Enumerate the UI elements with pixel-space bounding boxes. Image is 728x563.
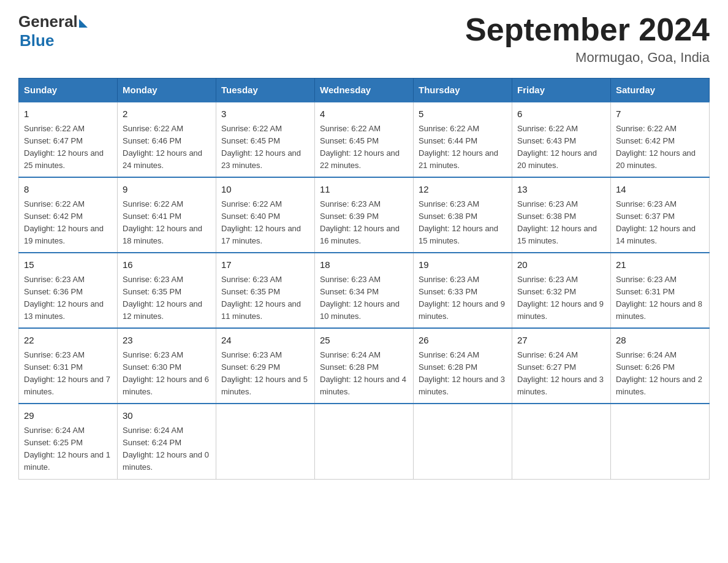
calendar-cell: 19Sunrise: 6:23 AMSunset: 6:33 PMDayligh… (414, 253, 512, 328)
calendar-cell: 3Sunrise: 6:22 AMSunset: 6:45 PMDaylight… (216, 102, 315, 177)
calendar-cell (315, 404, 414, 479)
day-info: Sunrise: 6:22 AMSunset: 6:42 PMDaylight:… (24, 198, 112, 248)
calendar-cell: 2Sunrise: 6:22 AMSunset: 6:46 PMDaylight… (118, 102, 216, 177)
logo-triangle-icon (79, 19, 88, 28)
day-info: Sunrise: 6:24 AMSunset: 6:24 PMDaylight:… (123, 424, 211, 474)
day-info: Sunrise: 6:23 AMSunset: 6:37 PMDaylight:… (616, 198, 704, 248)
day-info: Sunrise: 6:23 AMSunset: 6:35 PMDaylight:… (123, 274, 211, 323)
week-row-5: 29Sunrise: 6:24 AMSunset: 6:25 PMDayligh… (19, 404, 710, 479)
day-info: Sunrise: 6:24 AMSunset: 6:25 PMDaylight:… (24, 424, 112, 474)
page-header: General Blue September 2024 Mormugao, Go… (18, 12, 710, 66)
day-number: 26 (419, 334, 507, 348)
title-section: September 2024 Mormugao, Goa, India (465, 12, 710, 66)
day-number: 3 (221, 107, 309, 121)
day-number: 11 (320, 183, 408, 197)
col-header-tuesday: Tuesday (216, 79, 315, 102)
calendar-cell: 17Sunrise: 6:23 AMSunset: 6:35 PMDayligh… (216, 253, 315, 328)
day-info: Sunrise: 6:23 AMSunset: 6:33 PMDaylight:… (419, 274, 507, 323)
calendar-header: SundayMondayTuesdayWednesdayThursdayFrid… (19, 79, 710, 102)
col-header-monday: Monday (118, 79, 216, 102)
day-number: 23 (123, 334, 211, 348)
calendar-cell: 9Sunrise: 6:22 AMSunset: 6:41 PMDaylight… (118, 177, 216, 253)
day-number: 9 (123, 183, 211, 197)
day-info: Sunrise: 6:22 AMSunset: 6:44 PMDaylight:… (419, 123, 507, 172)
week-row-2: 8Sunrise: 6:22 AMSunset: 6:42 PMDaylight… (19, 177, 710, 253)
day-info: Sunrise: 6:22 AMSunset: 6:45 PMDaylight:… (320, 123, 408, 172)
day-number: 27 (517, 334, 605, 348)
calendar-cell: 30Sunrise: 6:24 AMSunset: 6:24 PMDayligh… (118, 404, 216, 479)
day-info: Sunrise: 6:22 AMSunset: 6:47 PMDaylight:… (24, 123, 112, 172)
day-info: Sunrise: 6:24 AMSunset: 6:28 PMDaylight:… (320, 349, 408, 399)
calendar-cell: 27Sunrise: 6:24 AMSunset: 6:27 PMDayligh… (512, 328, 611, 404)
day-info: Sunrise: 6:23 AMSunset: 6:39 PMDaylight:… (320, 198, 408, 248)
calendar-cell: 21Sunrise: 6:23 AMSunset: 6:31 PMDayligh… (611, 253, 710, 328)
calendar-cell: 26Sunrise: 6:24 AMSunset: 6:28 PMDayligh… (414, 328, 512, 404)
calendar-table: SundayMondayTuesdayWednesdayThursdayFrid… (18, 78, 710, 479)
calendar-cell: 10Sunrise: 6:22 AMSunset: 6:40 PMDayligh… (216, 177, 315, 253)
day-number: 8 (24, 183, 112, 197)
col-header-wednesday: Wednesday (315, 79, 414, 102)
day-number: 13 (517, 183, 605, 197)
calendar-cell: 25Sunrise: 6:24 AMSunset: 6:28 PMDayligh… (315, 328, 414, 404)
calendar-cell: 5Sunrise: 6:22 AMSunset: 6:44 PMDaylight… (414, 102, 512, 177)
calendar-cell: 4Sunrise: 6:22 AMSunset: 6:45 PMDaylight… (315, 102, 414, 177)
col-header-sunday: Sunday (19, 79, 118, 102)
calendar-cell: 7Sunrise: 6:22 AMSunset: 6:42 PMDaylight… (611, 102, 710, 177)
week-row-1: 1Sunrise: 6:22 AMSunset: 6:47 PMDaylight… (19, 102, 710, 177)
day-info: Sunrise: 6:23 AMSunset: 6:29 PMDaylight:… (221, 349, 309, 399)
day-info: Sunrise: 6:22 AMSunset: 6:46 PMDaylight:… (123, 123, 211, 172)
day-number: 19 (419, 258, 507, 272)
day-info: Sunrise: 6:22 AMSunset: 6:42 PMDaylight:… (616, 123, 704, 172)
day-number: 6 (517, 107, 605, 121)
day-info: Sunrise: 6:23 AMSunset: 6:35 PMDaylight:… (221, 274, 309, 323)
day-number: 20 (517, 258, 605, 272)
day-info: Sunrise: 6:22 AMSunset: 6:40 PMDaylight:… (221, 198, 309, 248)
day-info: Sunrise: 6:23 AMSunset: 6:30 PMDaylight:… (123, 349, 211, 399)
calendar-title: September 2024 (465, 12, 710, 47)
day-info: Sunrise: 6:23 AMSunset: 6:38 PMDaylight:… (517, 198, 605, 248)
calendar-cell (512, 404, 611, 479)
day-number: 24 (221, 334, 309, 348)
day-info: Sunrise: 6:22 AMSunset: 6:45 PMDaylight:… (221, 123, 309, 172)
calendar-cell: 22Sunrise: 6:23 AMSunset: 6:31 PMDayligh… (19, 328, 118, 404)
calendar-cell: 1Sunrise: 6:22 AMSunset: 6:47 PMDaylight… (19, 102, 118, 177)
day-number: 30 (123, 409, 211, 423)
calendar-cell (611, 404, 710, 479)
day-info: Sunrise: 6:23 AMSunset: 6:31 PMDaylight:… (24, 349, 112, 399)
day-number: 2 (123, 107, 211, 121)
day-number: 5 (419, 107, 507, 121)
calendar-cell: 12Sunrise: 6:23 AMSunset: 6:38 PMDayligh… (414, 177, 512, 253)
col-header-thursday: Thursday (414, 79, 512, 102)
logo-blue-text: Blue (20, 31, 88, 50)
day-info: Sunrise: 6:23 AMSunset: 6:38 PMDaylight:… (419, 198, 507, 248)
day-info: Sunrise: 6:24 AMSunset: 6:28 PMDaylight:… (419, 349, 507, 399)
calendar-cell: 6Sunrise: 6:22 AMSunset: 6:43 PMDaylight… (512, 102, 611, 177)
day-number: 22 (24, 334, 112, 348)
day-number: 28 (616, 334, 704, 348)
day-info: Sunrise: 6:24 AMSunset: 6:26 PMDaylight:… (616, 349, 704, 399)
week-row-3: 15Sunrise: 6:23 AMSunset: 6:36 PMDayligh… (19, 253, 710, 328)
header-row: SundayMondayTuesdayWednesdayThursdayFrid… (19, 79, 710, 102)
calendar-cell: 16Sunrise: 6:23 AMSunset: 6:35 PMDayligh… (118, 253, 216, 328)
calendar-cell: 24Sunrise: 6:23 AMSunset: 6:29 PMDayligh… (216, 328, 315, 404)
calendar-cell: 18Sunrise: 6:23 AMSunset: 6:34 PMDayligh… (315, 253, 414, 328)
day-number: 15 (24, 258, 112, 272)
calendar-cell: 20Sunrise: 6:23 AMSunset: 6:32 PMDayligh… (512, 253, 611, 328)
day-number: 17 (221, 258, 309, 272)
day-number: 29 (24, 409, 112, 423)
calendar-cell: 11Sunrise: 6:23 AMSunset: 6:39 PMDayligh… (315, 177, 414, 253)
calendar-cell: 29Sunrise: 6:24 AMSunset: 6:25 PMDayligh… (19, 404, 118, 479)
calendar-cell (216, 404, 315, 479)
day-info: Sunrise: 6:22 AMSunset: 6:41 PMDaylight:… (123, 198, 211, 248)
logo-general-text: General (18, 12, 78, 31)
logo: General Blue (18, 12, 88, 50)
day-info: Sunrise: 6:23 AMSunset: 6:31 PMDaylight:… (616, 274, 704, 323)
day-number: 21 (616, 258, 704, 272)
calendar-cell: 15Sunrise: 6:23 AMSunset: 6:36 PMDayligh… (19, 253, 118, 328)
day-info: Sunrise: 6:23 AMSunset: 6:32 PMDaylight:… (517, 274, 605, 323)
calendar-body: 1Sunrise: 6:22 AMSunset: 6:47 PMDaylight… (19, 102, 710, 479)
col-header-saturday: Saturday (611, 79, 710, 102)
day-number: 16 (123, 258, 211, 272)
calendar-subtitle: Mormugao, Goa, India (465, 50, 710, 66)
day-number: 18 (320, 258, 408, 272)
